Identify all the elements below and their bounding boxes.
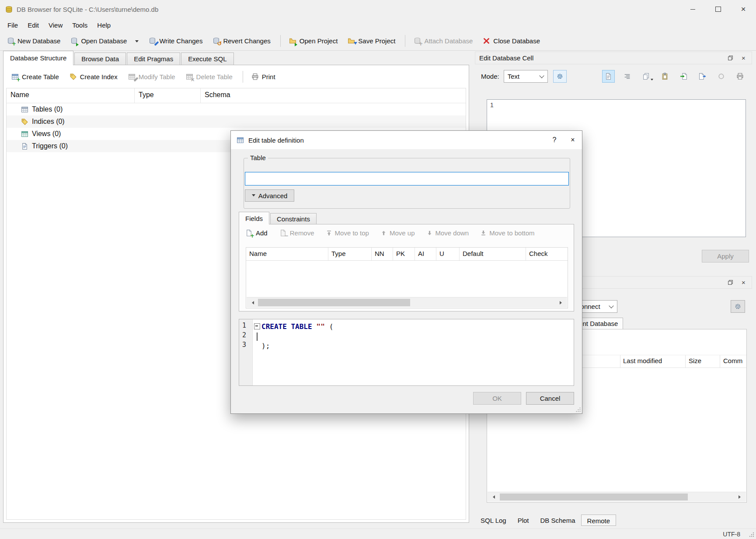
fold-collapse-icon[interactable] (254, 323, 260, 329)
revert-changes-button[interactable]: ↺ Revert Changes (208, 34, 275, 48)
dialog-resize-grip-icon[interactable] (575, 407, 581, 413)
dialog-title: Edit table definition (248, 136, 304, 144)
export-button[interactable] (697, 70, 708, 82)
column-header-pk[interactable]: PK (393, 248, 415, 260)
tab-db-schema[interactable]: DB Schema (535, 515, 581, 526)
open-database-dropdown-icon[interactable] (135, 40, 139, 44)
triggers-icon (21, 143, 28, 150)
print-button[interactable]: Print (247, 70, 280, 84)
delete-table-button[interactable]: × Delete Table (181, 70, 237, 84)
tab-browse-data[interactable]: Browse Data (74, 52, 126, 65)
apply-button[interactable]: Apply (702, 250, 749, 262)
column-header-commit[interactable]: Commit (723, 357, 742, 364)
menu-tools[interactable]: Tools (67, 19, 92, 31)
open-database-button[interactable]: Open Database (66, 34, 143, 48)
identity-settings-button[interactable] (731, 300, 745, 313)
float-panel-icon[interactable] (725, 277, 736, 287)
close-panel-icon[interactable]: × (738, 53, 749, 63)
move-to-top-button[interactable]: Move to top (326, 229, 369, 237)
copy-dropdown-icon[interactable] (651, 79, 653, 82)
write-changes-button[interactable]: Write Changes (144, 34, 207, 48)
column-header-type[interactable]: Type (328, 248, 372, 260)
move-to-top-icon (326, 230, 332, 236)
minimize-button[interactable] (680, 0, 705, 18)
table-name-input[interactable] (245, 172, 569, 186)
add-field-button[interactable]: + Add (245, 229, 268, 237)
create-index-label: Create Index (80, 73, 118, 80)
column-header-name[interactable]: Name (7, 88, 135, 103)
paste-button[interactable] (659, 70, 671, 82)
move-to-bottom-button[interactable]: Move to bottom (481, 229, 534, 237)
tab-database-structure[interactable]: Database Structure (3, 51, 73, 65)
rtl-text-button[interactable] (621, 70, 633, 82)
scroll-left-icon[interactable] (491, 495, 495, 499)
remove-icon: − (279, 229, 287, 237)
remove-field-button[interactable]: − Remove (279, 229, 314, 237)
column-header-ai[interactable]: AI (415, 248, 436, 260)
attach-database-button[interactable]: + Attach Database (409, 34, 477, 48)
menu-edit[interactable]: Edit (23, 19, 44, 31)
dialog-close-button[interactable]: × (564, 131, 582, 149)
move-down-button[interactable]: Move down (427, 229, 469, 237)
new-database-button[interactable]: + New Database (3, 34, 65, 48)
column-header-size[interactable]: Size (689, 357, 701, 364)
move-up-label: Move up (390, 229, 415, 237)
auto-format-button[interactable] (553, 70, 567, 83)
tab-plot[interactable]: Plot (512, 515, 535, 526)
column-header-default[interactable]: Default (460, 248, 526, 260)
tree-row-tables[interactable]: Tables (0) (7, 103, 466, 116)
column-header-name[interactable]: Name (246, 248, 328, 260)
ok-button[interactable]: OK (473, 392, 521, 405)
close-database-button[interactable]: Close Database (478, 34, 544, 48)
scroll-right-icon[interactable] (560, 301, 564, 304)
tab-edit-pragmas[interactable]: Edit Pragmas (127, 52, 180, 65)
print-cell-button[interactable] (734, 70, 746, 82)
mode-select[interactable]: Text (504, 70, 548, 83)
open-project-button[interactable]: Open Project (285, 34, 342, 48)
advanced-button[interactable]: Advanced (245, 189, 294, 202)
float-panel-icon[interactable] (725, 53, 736, 63)
tab-constraints[interactable]: Constraints (270, 213, 317, 224)
scrollbar-thumb[interactable] (258, 299, 410, 306)
encoding-indicator[interactable]: UTF-8 (723, 531, 740, 538)
tab-sql-log[interactable]: SQL Log (475, 515, 512, 526)
tab-execute-sql[interactable]: Execute SQL (181, 52, 233, 65)
create-index-button[interactable]: Create Index (65, 70, 122, 84)
move-down-icon (427, 230, 432, 236)
save-project-button[interactable]: Save Project (343, 34, 400, 48)
menu-file[interactable]: File (3, 19, 23, 31)
tab-remote[interactable]: Remote (581, 514, 617, 526)
help-button[interactable]: ? (545, 131, 564, 149)
column-header-last-modified[interactable]: Last modified (623, 357, 662, 364)
text-mode-button[interactable] (603, 70, 614, 82)
close-button[interactable]: × (731, 0, 756, 18)
tree-row-indices[interactable]: Indices (0) (7, 116, 466, 128)
move-up-button[interactable]: Move up (381, 229, 415, 237)
modify-table-button[interactable]: Modify Table (124, 70, 180, 84)
close-panel-icon[interactable]: × (738, 277, 749, 287)
column-header-type[interactable]: Type (135, 88, 201, 103)
remote-horizontal-scrollbar[interactable] (488, 492, 746, 502)
cancel-button[interactable]: Cancel (526, 392, 574, 405)
menu-view[interactable]: View (44, 19, 67, 31)
window-resize-grip-icon[interactable] (749, 532, 755, 538)
create-table-button[interactable]: + Create Table (7, 70, 63, 84)
scroll-left-icon[interactable] (250, 301, 254, 304)
copy-button[interactable] (640, 70, 652, 82)
scroll-right-icon[interactable] (739, 495, 742, 499)
app-icon (5, 6, 13, 13)
column-header-nn[interactable]: NN (372, 248, 393, 260)
column-header-u[interactable]: U (436, 248, 460, 260)
column-header-check[interactable]: Check (526, 248, 568, 260)
tab-fields[interactable]: Fields (239, 212, 269, 224)
menu-help[interactable]: Help (92, 19, 115, 31)
set-null-button[interactable] (715, 70, 727, 82)
scrollbar-thumb[interactable] (500, 494, 688, 500)
maximize-button[interactable] (705, 0, 731, 18)
titlebar: DB Browser for SQLite - C:\Users\turne\d… (0, 0, 756, 18)
fields-horizontal-scrollbar[interactable] (247, 297, 567, 308)
import-button[interactable] (678, 70, 690, 82)
add-label: Add (256, 229, 268, 237)
dialog-titlebar[interactable]: Edit table definition ? × (231, 131, 582, 149)
column-header-schema[interactable]: Schema (201, 88, 466, 103)
